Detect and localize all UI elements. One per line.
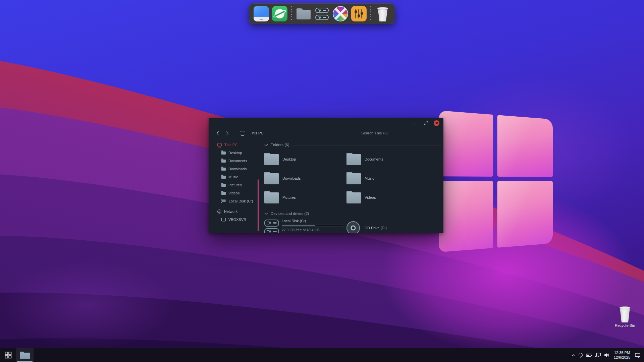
trash-cup — [619, 308, 631, 322]
network-glyph — [595, 353, 601, 358]
sidebar-item-desktop[interactable]: Desktop — [209, 149, 258, 157]
recycle-bin-label: Recycle Bin — [615, 323, 635, 327]
chevron-down-icon — [264, 213, 268, 215]
dock-settings-wheel-icon[interactable] — [333, 6, 348, 21]
folder-icon — [221, 184, 226, 187]
forward-button[interactable] — [224, 129, 231, 137]
hidden-icons-chevron[interactable] — [571, 354, 575, 357]
drive-info: Local Disk (C:) 22.9 GB free of 49.4 GB — [282, 219, 344, 232]
volume-icon[interactable] — [604, 353, 609, 358]
section-label: Folders (6) — [271, 143, 289, 147]
folder-icon — [264, 153, 279, 166]
dock-trash-icon[interactable] — [375, 6, 390, 21]
network-icon — [217, 209, 221, 214]
taskbar-clock[interactable]: 12:35 PM 12/6/2025 — [614, 351, 630, 360]
drive-tile-cd[interactable]: CD Drive (D:) — [346, 219, 441, 233]
dock-file-manager-icon[interactable] — [296, 6, 311, 21]
folder-icon — [221, 176, 226, 179]
folder-icon — [221, 168, 226, 171]
sidebar-item-label: Downloads — [228, 167, 247, 171]
trash-rim — [377, 7, 388, 10]
windows-logo-pane — [439, 181, 493, 252]
back-button[interactable] — [214, 129, 221, 137]
vm-status-icon[interactable] — [578, 353, 583, 358]
dock-tweaks-icon[interactable] — [351, 6, 367, 21]
window-body: This PC Desktop Documents Downloads Musi… — [209, 138, 443, 233]
action-center-icon[interactable] — [635, 353, 641, 358]
recycle-bin[interactable]: Recycle Bin — [612, 306, 638, 327]
monitor-icon — [221, 218, 226, 221]
folder-tile-label: Videos — [365, 195, 376, 199]
dock-web-browser-icon[interactable] — [272, 6, 287, 21]
windows-logo-pane — [497, 115, 553, 177]
folder-icon — [346, 172, 361, 185]
minimize-icon — [413, 123, 416, 123]
drive-label: Local Disk (C:) — [282, 219, 344, 223]
section-label: Devices and drives (2) — [271, 212, 309, 216]
volume-glyph — [604, 353, 609, 358]
folder-icon — [346, 153, 361, 166]
folder-tile-pictures[interactable]: Pictures — [264, 188, 346, 207]
windows-logo-pane — [439, 110, 493, 177]
restore-button[interactable] — [420, 119, 432, 127]
folder-tile-documents[interactable]: Documents — [346, 149, 441, 169]
sidebar-item-downloads[interactable]: Downloads — [209, 165, 258, 173]
search-input[interactable]: Search This PC — [361, 131, 388, 135]
sidebar-scrollbar[interactable] — [258, 179, 259, 231]
system-tray: 12:35 PM 12/6/2025 — [571, 351, 641, 360]
folder-tile-videos[interactable]: Videos — [346, 188, 441, 207]
dock-separator — [370, 6, 371, 21]
battery-icon[interactable] — [586, 353, 592, 358]
start-button[interactable] — [0, 348, 16, 362]
window-controls — [409, 118, 443, 128]
folder-tile-downloads[interactable]: Downloads — [264, 169, 346, 188]
sidebar-item-label: Network — [224, 209, 237, 214]
navigation-toolbar: This PC Search This PC — [209, 128, 443, 138]
trash-rim — [620, 306, 631, 309]
folder-tile-desktop[interactable]: Desktop — [264, 149, 346, 169]
sidebar-item-label: Local Disk (C:) — [229, 199, 253, 203]
folder-icon — [264, 172, 279, 185]
minimize-button[interactable] — [409, 119, 420, 127]
sidebar-item-videos[interactable]: Videos — [209, 189, 258, 197]
this-pc-icon — [240, 131, 245, 135]
drive-tile-local-disk[interactable]: Local Disk (C:) 22.9 GB free of 49.4 GB — [264, 219, 346, 233]
desktop-screen: This PC Search This PC This PC Desktop D… — [0, 0, 644, 362]
folder-tile-label: Documents — [365, 157, 383, 161]
battery-glyph — [586, 353, 592, 358]
folder-tile-music[interactable]: Music — [346, 169, 441, 188]
sidebar-item-label: Pictures — [228, 183, 242, 187]
folders-section-header[interactable]: Folders (6) — [264, 142, 441, 147]
network-icon[interactable] — [595, 353, 601, 358]
close-button[interactable] — [434, 120, 439, 126]
dock-computer-icon[interactable] — [254, 6, 269, 21]
trash-cup — [377, 9, 388, 21]
section-divider — [293, 145, 441, 145]
devices-section-header[interactable]: Devices and drives (2) — [264, 211, 441, 216]
back-icon — [216, 131, 219, 135]
sidebar-item-local-disk[interactable]: Local Disk (C:) — [209, 197, 258, 205]
sidebar-item-label: This PC — [224, 143, 237, 147]
dock-disk-utility-icon[interactable] — [314, 6, 330, 21]
folder-tile-label: Music — [365, 176, 374, 180]
file-explorer-window: This PC Search This PC This PC Desktop D… — [209, 118, 443, 233]
titlebar[interactable] — [209, 118, 443, 128]
recycle-bin-icon — [618, 306, 632, 322]
sidebar-item-label: Videos — [228, 191, 239, 195]
sidebar-item-this-pc[interactable]: This PC — [209, 141, 258, 149]
folder-tiles: Desktop Documents Downloads Music — [264, 149, 441, 207]
folder-icon — [346, 191, 361, 204]
hard-drive-icon — [264, 220, 279, 233]
sidebar-item-label: Music — [228, 175, 238, 179]
disk-glyph — [315, 15, 329, 20]
sidebar-item-music[interactable]: Music — [209, 173, 258, 181]
vm-glyph — [578, 353, 583, 358]
sidebar-item-pictures[interactable]: Pictures — [209, 181, 258, 189]
drive-glyph — [264, 228, 279, 233]
sidebar-item-label: VBOXSVR — [228, 218, 246, 222]
action-center-glyph — [635, 353, 641, 358]
sidebar-item-vboxsvr[interactable]: VBOXSVR — [209, 216, 258, 224]
sidebar-item-documents[interactable]: Documents — [209, 157, 258, 165]
taskbar-file-explorer-button[interactable] — [16, 348, 34, 362]
sidebar-item-network[interactable]: Network — [209, 207, 258, 216]
